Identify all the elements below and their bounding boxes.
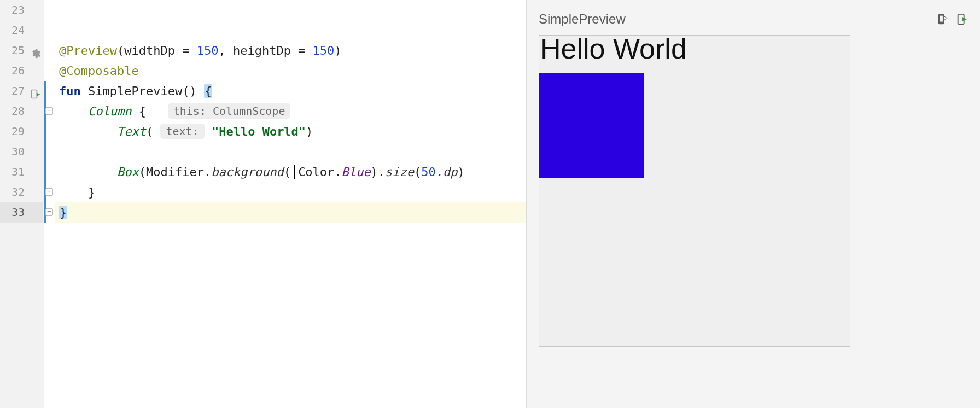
number-token: 50 <box>421 165 436 179</box>
indent-guide <box>151 121 151 183</box>
preview-blue-box <box>539 73 644 178</box>
call-token: Text <box>117 125 146 138</box>
brace-token: } <box>59 206 67 219</box>
line-number[interactable]: 31 <box>0 162 43 182</box>
code-line[interactable]: Column { this: ColumnScope <box>55 101 526 121</box>
preview-title: SimplePreview <box>539 11 626 27</box>
ident-token: Color. <box>298 165 341 179</box>
paren-token: ( <box>414 165 421 179</box>
brace-token: { <box>131 104 146 118</box>
paren-token: ). <box>371 165 386 179</box>
preview-header: SimplePreview <box>539 10 968 28</box>
ident-token: (Modifier. <box>139 165 211 179</box>
method-token: size <box>385 165 414 179</box>
code-line[interactable]: @Composable <box>55 61 526 81</box>
comma-token: , heightDp = <box>218 44 312 57</box>
brace-token: } <box>88 185 95 199</box>
property-token: .dp <box>436 165 458 179</box>
paren-token: ) <box>306 125 313 138</box>
number-token: 150 <box>197 44 219 57</box>
paren-token: ) <box>458 165 465 179</box>
line-number[interactable]: 27 <box>0 81 43 101</box>
line-number[interactable]: 33 <box>0 202 43 223</box>
code-line[interactable]: @Preview(widthDp = 150, heightDp = 150) <box>55 40 526 61</box>
preview-canvas[interactable]: Hello World <box>539 35 850 347</box>
line-number[interactable]: 24 <box>0 20 43 40</box>
svg-marker-1 <box>37 92 40 96</box>
text-caret: │ <box>291 162 298 182</box>
fold-toggle-icon[interactable] <box>45 107 53 115</box>
brace-token: { <box>204 84 212 98</box>
code-editor-pane: 23 24 25 26 27 28 29 30 31 32 33 <box>0 0 526 408</box>
code-line[interactable] <box>55 20 526 40</box>
call-token: Column <box>88 104 131 118</box>
code-line[interactable]: fun SimplePreview() { <box>55 81 526 101</box>
paren-token: ( <box>284 165 291 179</box>
paren-token: ) <box>334 44 341 57</box>
number-token: 150 <box>313 44 335 57</box>
interactive-preview-icon[interactable] <box>936 13 948 25</box>
fold-gutter[interactable] <box>44 0 55 408</box>
svg-marker-4 <box>944 16 947 20</box>
preview-toolbar <box>936 13 968 25</box>
run-gutter-icon[interactable] <box>30 86 41 97</box>
svg-marker-6 <box>962 17 967 21</box>
call-token: Box <box>117 165 139 179</box>
code-line[interactable]: } <box>55 182 526 202</box>
ident-token: SimplePreview() <box>81 84 204 98</box>
ide-root: 23 24 25 26 27 28 29 30 31 32 33 <box>0 0 980 408</box>
line-number[interactable]: 25 <box>0 40 43 61</box>
code-line[interactable] <box>55 0 526 20</box>
line-number-text: 33 <box>11 206 25 219</box>
gear-icon[interactable] <box>30 45 41 56</box>
preview-text-hello: Hello World <box>539 32 687 65</box>
line-number[interactable]: 23 <box>0 0 43 20</box>
line-number[interactable]: 32 <box>0 182 43 202</box>
line-number[interactable]: 30 <box>0 142 43 162</box>
code-line[interactable] <box>55 142 526 162</box>
annotation-token: @Preview <box>59 44 117 57</box>
code-line[interactable]: Text( text: "Hello World") <box>55 121 526 142</box>
line-number-text: 23 <box>11 3 25 16</box>
inlay-hint: this: ColumnScope <box>168 103 291 119</box>
keyword-token: fun <box>59 84 81 98</box>
line-number[interactable]: 26 <box>0 61 43 81</box>
method-token: background <box>211 165 283 179</box>
svg-rect-3 <box>940 16 943 22</box>
code-line-current[interactable]: } <box>55 202 526 223</box>
code-area[interactable]: @Preview(widthDp = 150, heightDp = 150) … <box>55 0 526 408</box>
line-number[interactable]: 28 <box>0 101 43 121</box>
line-number-gutter[interactable]: 23 24 25 26 27 28 29 30 31 32 33 <box>0 0 44 408</box>
line-number[interactable]: 29 <box>0 121 43 142</box>
string-token: "Hello World" <box>212 125 306 138</box>
fold-toggle-icon[interactable] <box>45 188 53 196</box>
inlay-hint: text: <box>160 124 204 139</box>
change-marker <box>44 81 46 223</box>
deploy-preview-icon[interactable] <box>956 13 968 25</box>
code-line[interactable]: Box(Modifier.background(│Color.Blue).siz… <box>55 162 526 182</box>
paren-token: (widthDp = <box>117 44 197 57</box>
svg-rect-0 <box>32 90 37 98</box>
paren-token: ( <box>146 125 153 138</box>
annotation-token: @Composable <box>59 64 139 78</box>
compose-preview-pane: SimplePreview Hello World <box>526 0 980 408</box>
fold-toggle-icon[interactable] <box>45 208 53 216</box>
property-token: Blue <box>342 165 371 179</box>
